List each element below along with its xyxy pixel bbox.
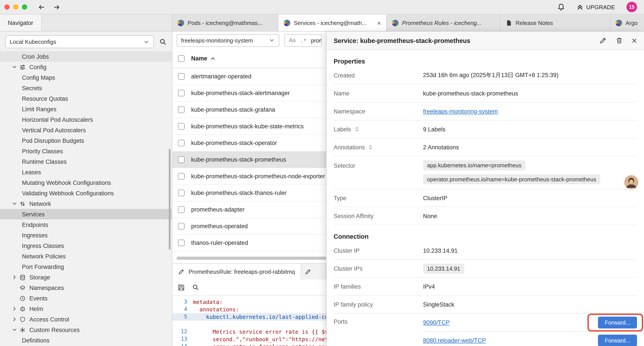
sidebar-item-limit-ranges[interactable]: Limit Ranges	[0, 104, 172, 114]
sidebar-search-icon[interactable]	[159, 38, 166, 45]
sidebar-item-horizontal-pod-autoscalers[interactable]: Horizontal Pod Autoscalers	[0, 114, 172, 125]
table-row[interactable]: kube-prometheus-stack-thanos-ruler	[172, 185, 326, 201]
table-row[interactable]: alertmanager-operated	[172, 68, 326, 85]
kubeconfig-dropdown[interactable]: Local Kubeconfigs	[5, 35, 154, 48]
back-arrow-icon[interactable]	[38, 3, 45, 11]
chevron-right-icon[interactable]	[12, 316, 18, 322]
sidebar-item-resource-quotas[interactable]: Resource Quotas	[0, 93, 172, 104]
name-column-header[interactable]: Name	[191, 55, 216, 62]
sidebar-scrollbar[interactable]	[169, 149, 170, 250]
sidebar-item-config[interactable]: Config	[0, 62, 172, 72]
sidebar-item-config-maps[interactable]: Config Maps	[0, 72, 172, 83]
sidebar-item-secrets[interactable]: Secrets	[0, 83, 172, 93]
row-checkbox[interactable]	[178, 140, 184, 146]
chevron-right-icon[interactable]	[12, 306, 18, 312]
sidebar-item-endpoints[interactable]: Endpoints	[0, 219, 172, 230]
sidebar-item-mutating-webhook-configurations[interactable]: Mutating Webhook Configurations	[0, 177, 172, 188]
save-icon[interactable]	[178, 284, 185, 291]
sidebar-item-ingresses[interactable]: Ingresses	[0, 230, 172, 240]
dock-tab-prometheusrule[interactable]: PrometheusRule: freeleaps-prod-rabbitmq	[172, 264, 301, 280]
row-checkbox[interactable]	[178, 223, 184, 230]
sidebar-item-port-forwarding[interactable]: Port Forwarding	[0, 262, 172, 272]
row-checkbox[interactable]	[178, 73, 184, 80]
namespace-link[interactable]: freeleaps-monitoring-system	[423, 108, 498, 114]
properties-section-heading: Properties	[334, 58, 637, 65]
row-checkbox[interactable]	[178, 106, 184, 113]
regex-toggle[interactable]: .*	[300, 37, 307, 43]
sidebar-item-events[interactable]: Events	[0, 293, 172, 304]
sidebar-item-namespaces[interactable]: Namespaces	[0, 283, 172, 293]
notifications-bell-icon[interactable]	[558, 3, 565, 11]
row-checkbox[interactable]	[178, 206, 184, 213]
sidebar-item-network[interactable]: Network	[0, 198, 172, 209]
close-panel-icon[interactable]: ×	[632, 36, 637, 45]
edit-resource-icon[interactable]	[599, 37, 606, 44]
row-checkbox[interactable]	[178, 190, 184, 196]
sidebar-item-network-policies[interactable]: Network Policies	[0, 251, 172, 262]
tab-services[interactable]: Services - icecheng@math... ×	[278, 14, 387, 31]
row-checkbox[interactable]	[178, 90, 184, 96]
upgrade-button[interactable]: UPGRADE	[577, 3, 615, 10]
editor-search-icon[interactable]	[192, 284, 199, 291]
sidebar-item-vertical-pod-autoscalers[interactable]: Vertical Pod Autoscalers	[0, 125, 172, 135]
horizontal-scrollbar[interactable]	[177, 257, 326, 260]
table-row-selected[interactable]: kube-prometheus-stack-prometheus	[172, 152, 326, 168]
chevron-right-icon[interactable]	[12, 274, 18, 280]
horizontal-scrollbar-thumb[interactable]	[177, 257, 326, 260]
forward-button-8080[interactable]: Forward...	[598, 335, 637, 346]
sidebar-item-access-control[interactable]: Access Control	[0, 314, 172, 325]
chevron-down-icon[interactable]	[12, 201, 18, 207]
sidebar-item-cron-jobs[interactable]: Cron Jobs	[0, 51, 172, 62]
select-all-checkbox[interactable]	[178, 55, 184, 62]
sidebar-item-runtime-classes[interactable]: Runtime Classes	[0, 156, 172, 167]
port-link-8080[interactable]: 8080:reloader-web/TCP	[423, 337, 486, 344]
sidebar-item-services[interactable]: Services	[0, 209, 172, 219]
chevron-down-icon[interactable]	[12, 327, 18, 333]
table-row[interactable]: kube-prometheus-stack-operator	[172, 135, 326, 152]
tab-release-notes[interactable]: Release Notes	[500, 14, 610, 31]
sidebar-item-leases[interactable]: Leases	[0, 167, 172, 177]
table-row[interactable]: kube-prometheus-stack-prometheus-node-ex…	[172, 168, 326, 185]
navigator-header[interactable]: Navigator	[0, 14, 42, 31]
zoom-window-button[interactable]	[22, 4, 27, 10]
table-row[interactable]: thanos-ruler-operated	[172, 235, 326, 251]
sidebar-item-custom-resources[interactable]: Custom Resources	[0, 325, 172, 335]
sidebar-item-helm[interactable]: Helm	[0, 304, 172, 314]
table-row[interactable]: prometheus-operated	[172, 218, 326, 235]
yaml-editor[interactable]: 3metadata: 4 annotations: 5 kubectl.kube…	[172, 296, 326, 346]
row-checkbox[interactable]	[178, 156, 184, 163]
notification-count-badge[interactable]: 15	[626, 2, 637, 12]
sidebar-item-validating-webhook-configurations[interactable]: Validating Webhook Configurations	[0, 188, 172, 198]
chevron-down-icon[interactable]	[12, 64, 18, 70]
table-row[interactable]: kube-prometheus-stack-alertmanager	[172, 85, 326, 102]
port-link-9090[interactable]: 9090/TCP	[423, 319, 450, 326]
namespace-filter-dropdown[interactable]: freeleaps-monitoring-system	[177, 34, 279, 47]
delete-resource-icon[interactable]	[615, 37, 623, 44]
row-checkbox[interactable]	[178, 240, 184, 246]
close-window-button[interactable]	[4, 4, 10, 10]
user-avatar[interactable]	[624, 175, 638, 189]
list-search-input[interactable]: Aa .* prome	[284, 34, 322, 47]
row-checkbox[interactable]	[178, 123, 184, 130]
dock-tab-partial[interactable]	[301, 264, 326, 280]
table-row[interactable]: kube-prometheus-stack-grafana	[172, 102, 326, 118]
sidebar-item-definitions[interactable]: Definitions	[0, 335, 172, 346]
table-row[interactable]: prometheus-adapter	[172, 201, 326, 218]
forward-arrow-icon[interactable]	[53, 3, 60, 11]
forward-button-9090[interactable]: Forward...	[598, 317, 637, 328]
match-case-toggle[interactable]: Aa	[289, 37, 296, 43]
editor-line-current: 5 kubectl.kubernetes.io/last-applied-co	[172, 313, 326, 321]
sidebar-item-ingress-classes[interactable]: Ingress Classes	[0, 240, 172, 251]
sidebar-item-pod-disruption-budgets[interactable]: Pod Disruption Budgets	[0, 135, 172, 146]
tab-argo[interactable]: Argo S	[610, 14, 644, 31]
sidebar-item-priority-classes[interactable]: Priority Classes	[0, 146, 172, 156]
tab-prometheus-rules[interactable]: Prometheus Rules - icecheng...	[387, 14, 500, 31]
minimize-window-button[interactable]	[13, 4, 18, 10]
tab-close-icon[interactable]: ×	[377, 19, 381, 26]
table-row[interactable]: kube-prometheus-stack-kube-state-metrics	[172, 118, 326, 135]
sidebar-item-storage[interactable]: Storage	[0, 272, 172, 283]
tab-pods[interactable]: Pods - icecheng@mathmas...	[172, 14, 278, 31]
unfold-annotations-icon[interactable]	[368, 144, 374, 150]
unfold-labels-icon[interactable]	[354, 126, 360, 132]
row-checkbox[interactable]	[178, 173, 184, 180]
